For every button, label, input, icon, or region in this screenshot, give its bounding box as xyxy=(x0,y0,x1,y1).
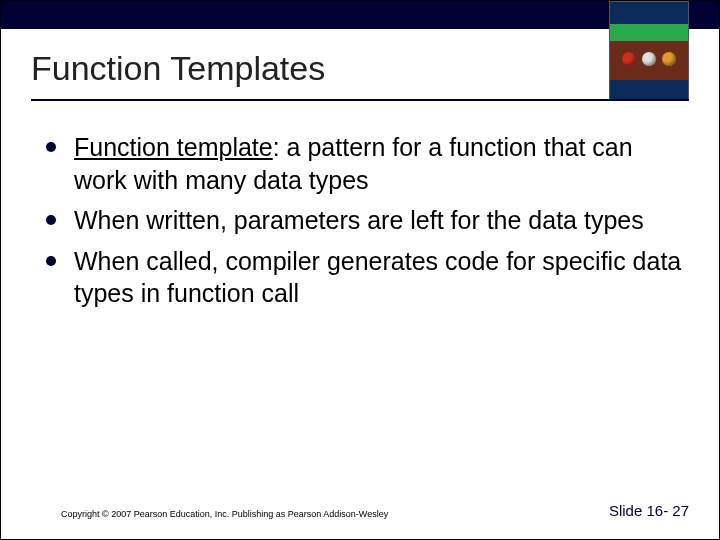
slide-title: Function Templates xyxy=(31,49,325,88)
copyright-text: Copyright © 2007 Pearson Education, Inc.… xyxy=(61,509,388,519)
title-underline xyxy=(31,99,689,101)
slide-number: Slide 16- 27 xyxy=(609,502,689,519)
billiard-ball-icon xyxy=(662,52,676,66)
bullet-item: When written, parameters are left for th… xyxy=(46,204,689,237)
bullet-icon xyxy=(46,256,56,266)
bullet-rest: When written, parameters are left for th… xyxy=(74,206,644,234)
bullet-item: Function template: a pattern for a funct… xyxy=(46,131,689,196)
bullet-item: When called, compiler generates code for… xyxy=(46,245,689,310)
defined-term: Function template xyxy=(74,133,273,161)
billiard-ball-icon xyxy=(622,52,636,66)
bullet-icon xyxy=(46,142,56,152)
slide: Function Templates Function template: a … xyxy=(0,0,720,540)
bullet-icon xyxy=(46,215,56,225)
slide-body: Function template: a pattern for a funct… xyxy=(46,131,689,318)
bullet-text: Function template: a pattern for a funct… xyxy=(74,131,689,196)
bullet-text: When written, parameters are left for th… xyxy=(74,204,644,237)
book-cover-image xyxy=(609,1,689,101)
billiard-ball-icon xyxy=(642,52,656,66)
bullet-text: When called, compiler generates code for… xyxy=(74,245,689,310)
bullet-rest: When called, compiler generates code for… xyxy=(74,247,681,308)
footer: Copyright © 2007 Pearson Education, Inc.… xyxy=(1,502,719,519)
